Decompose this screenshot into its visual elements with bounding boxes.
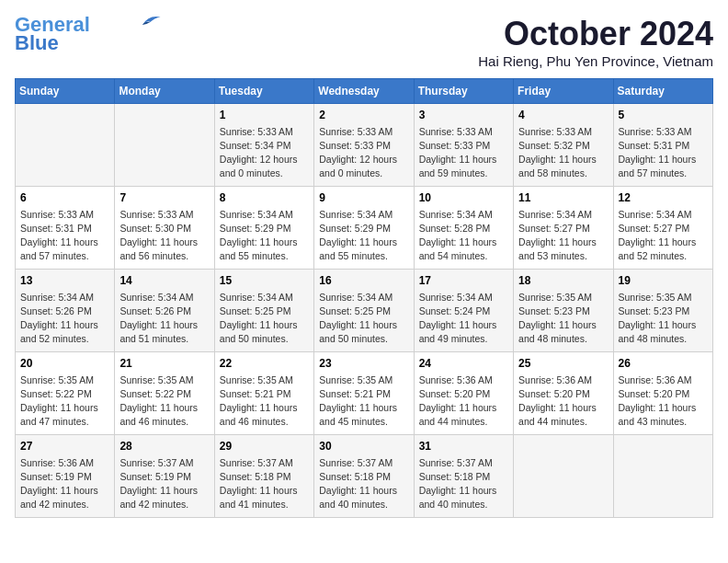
day-info: Sunrise: 5:34 AM Sunset: 5:25 PM Dayligh… bbox=[220, 291, 309, 347]
day-number: 1 bbox=[220, 108, 309, 123]
day-cell: 6Sunrise: 5:33 AM Sunset: 5:31 PM Daylig… bbox=[16, 187, 115, 270]
day-cell: 13Sunrise: 5:34 AM Sunset: 5:26 PM Dayli… bbox=[16, 270, 115, 352]
day-cell: 22Sunrise: 5:35 AM Sunset: 5:21 PM Dayli… bbox=[214, 352, 313, 435]
day-cell: 3Sunrise: 5:33 AM Sunset: 5:33 PM Daylig… bbox=[414, 104, 513, 187]
calendar-body: 1Sunrise: 5:33 AM Sunset: 5:34 PM Daylig… bbox=[16, 104, 713, 518]
day-cell bbox=[115, 104, 214, 187]
day-info: Sunrise: 5:37 AM Sunset: 5:18 PM Dayligh… bbox=[419, 456, 508, 512]
day-info: Sunrise: 5:35 AM Sunset: 5:23 PM Dayligh… bbox=[619, 291, 708, 347]
day-info: Sunrise: 5:34 AM Sunset: 5:24 PM Dayligh… bbox=[419, 291, 508, 347]
day-cell: 18Sunrise: 5:35 AM Sunset: 5:23 PM Dayli… bbox=[514, 270, 613, 352]
header-cell-tuesday: Tuesday bbox=[214, 79, 313, 104]
day-cell: 21Sunrise: 5:35 AM Sunset: 5:22 PM Dayli… bbox=[115, 352, 214, 435]
day-info: Sunrise: 5:35 AM Sunset: 5:22 PM Dayligh… bbox=[20, 373, 109, 430]
day-cell: 25Sunrise: 5:36 AM Sunset: 5:20 PM Dayli… bbox=[514, 352, 613, 435]
header-cell-sunday: Sunday bbox=[16, 79, 115, 104]
day-number: 13 bbox=[20, 273, 109, 289]
day-number: 30 bbox=[319, 439, 408, 454]
day-number: 4 bbox=[518, 108, 608, 123]
logo-blue-text: Blue bbox=[15, 31, 59, 55]
day-info: Sunrise: 5:36 AM Sunset: 5:20 PM Dayligh… bbox=[419, 373, 508, 430]
day-number: 19 bbox=[619, 273, 708, 289]
day-info: Sunrise: 5:33 AM Sunset: 5:34 PM Dayligh… bbox=[220, 125, 309, 181]
location-title: Hai Rieng, Phu Yen Province, Vietnam bbox=[478, 53, 713, 69]
day-cell: 5Sunrise: 5:33 AM Sunset: 5:31 PM Daylig… bbox=[613, 104, 712, 187]
day-number: 10 bbox=[419, 190, 508, 206]
week-row-2: 6Sunrise: 5:33 AM Sunset: 5:31 PM Daylig… bbox=[16, 187, 713, 270]
day-cell bbox=[514, 435, 613, 518]
day-number: 14 bbox=[119, 273, 209, 289]
day-cell: 20Sunrise: 5:35 AM Sunset: 5:22 PM Dayli… bbox=[16, 352, 115, 435]
day-number: 7 bbox=[119, 190, 209, 206]
day-info: Sunrise: 5:36 AM Sunset: 5:19 PM Dayligh… bbox=[20, 456, 109, 512]
day-info: Sunrise: 5:37 AM Sunset: 5:19 PM Dayligh… bbox=[119, 456, 209, 512]
day-number: 17 bbox=[419, 273, 508, 289]
day-number: 18 bbox=[518, 273, 608, 289]
day-number: 8 bbox=[220, 190, 309, 206]
day-cell: 9Sunrise: 5:34 AM Sunset: 5:29 PM Daylig… bbox=[314, 187, 414, 270]
day-info: Sunrise: 5:36 AM Sunset: 5:20 PM Dayligh… bbox=[619, 373, 708, 430]
day-info: Sunrise: 5:33 AM Sunset: 5:33 PM Dayligh… bbox=[419, 125, 508, 181]
header-cell-friday: Friday bbox=[514, 79, 613, 104]
day-info: Sunrise: 5:33 AM Sunset: 5:31 PM Dayligh… bbox=[619, 125, 708, 181]
day-cell bbox=[16, 104, 115, 187]
day-number: 16 bbox=[319, 273, 408, 289]
day-number: 24 bbox=[419, 356, 508, 372]
day-info: Sunrise: 5:36 AM Sunset: 5:20 PM Dayligh… bbox=[518, 373, 608, 430]
week-row-5: 27Sunrise: 5:36 AM Sunset: 5:19 PM Dayli… bbox=[16, 435, 713, 518]
day-info: Sunrise: 5:35 AM Sunset: 5:22 PM Dayligh… bbox=[119, 373, 209, 430]
day-info: Sunrise: 5:34 AM Sunset: 5:29 PM Dayligh… bbox=[319, 208, 408, 264]
logo: General Blue bbox=[15, 15, 162, 55]
header-cell-wednesday: Wednesday bbox=[314, 79, 414, 104]
day-number: 6 bbox=[20, 190, 109, 206]
day-cell: 29Sunrise: 5:37 AM Sunset: 5:18 PM Dayli… bbox=[214, 435, 313, 518]
day-cell: 27Sunrise: 5:36 AM Sunset: 5:19 PM Dayli… bbox=[16, 435, 115, 518]
day-number: 29 bbox=[220, 439, 309, 454]
day-info: Sunrise: 5:34 AM Sunset: 5:28 PM Dayligh… bbox=[419, 208, 508, 264]
header-cell-monday: Monday bbox=[115, 79, 214, 104]
day-cell bbox=[613, 435, 712, 518]
header-cell-saturday: Saturday bbox=[613, 79, 712, 104]
day-info: Sunrise: 5:34 AM Sunset: 5:26 PM Dayligh… bbox=[119, 291, 209, 347]
day-cell: 14Sunrise: 5:34 AM Sunset: 5:26 PM Dayli… bbox=[115, 270, 214, 352]
day-cell: 11Sunrise: 5:34 AM Sunset: 5:27 PM Dayli… bbox=[514, 187, 613, 270]
header-row: SundayMondayTuesdayWednesdayThursdayFrid… bbox=[16, 79, 713, 104]
day-info: Sunrise: 5:33 AM Sunset: 5:33 PM Dayligh… bbox=[319, 125, 408, 181]
day-number: 9 bbox=[319, 190, 408, 206]
day-info: Sunrise: 5:34 AM Sunset: 5:26 PM Dayligh… bbox=[20, 291, 109, 347]
day-cell: 28Sunrise: 5:37 AM Sunset: 5:19 PM Dayli… bbox=[115, 435, 214, 518]
day-info: Sunrise: 5:34 AM Sunset: 5:27 PM Dayligh… bbox=[518, 208, 608, 264]
day-info: Sunrise: 5:33 AM Sunset: 5:32 PM Dayligh… bbox=[518, 125, 608, 181]
day-info: Sunrise: 5:37 AM Sunset: 5:18 PM Dayligh… bbox=[319, 456, 408, 512]
week-row-1: 1Sunrise: 5:33 AM Sunset: 5:34 PM Daylig… bbox=[16, 104, 713, 187]
day-number: 11 bbox=[518, 190, 608, 206]
day-number: 26 bbox=[619, 356, 708, 372]
day-info: Sunrise: 5:33 AM Sunset: 5:30 PM Dayligh… bbox=[119, 208, 209, 264]
day-cell: 31Sunrise: 5:37 AM Sunset: 5:18 PM Dayli… bbox=[414, 435, 513, 518]
day-cell: 10Sunrise: 5:34 AM Sunset: 5:28 PM Dayli… bbox=[414, 187, 513, 270]
week-row-3: 13Sunrise: 5:34 AM Sunset: 5:26 PM Dayli… bbox=[16, 270, 713, 352]
day-cell: 8Sunrise: 5:34 AM Sunset: 5:29 PM Daylig… bbox=[214, 187, 313, 270]
week-row-4: 20Sunrise: 5:35 AM Sunset: 5:22 PM Dayli… bbox=[16, 352, 713, 435]
day-info: Sunrise: 5:35 AM Sunset: 5:21 PM Dayligh… bbox=[220, 373, 309, 430]
logo-bird-icon bbox=[136, 12, 162, 29]
page-header: General Blue October 2024 Hai Rieng, Phu… bbox=[15, 15, 713, 69]
day-cell: 4Sunrise: 5:33 AM Sunset: 5:32 PM Daylig… bbox=[514, 104, 613, 187]
day-info: Sunrise: 5:37 AM Sunset: 5:18 PM Dayligh… bbox=[220, 456, 309, 512]
day-number: 25 bbox=[518, 356, 608, 372]
day-cell: 15Sunrise: 5:34 AM Sunset: 5:25 PM Dayli… bbox=[214, 270, 313, 352]
day-cell: 1Sunrise: 5:33 AM Sunset: 5:34 PM Daylig… bbox=[214, 104, 313, 187]
day-cell: 7Sunrise: 5:33 AM Sunset: 5:30 PM Daylig… bbox=[115, 187, 214, 270]
day-cell: 26Sunrise: 5:36 AM Sunset: 5:20 PM Dayli… bbox=[613, 352, 712, 435]
day-info: Sunrise: 5:35 AM Sunset: 5:21 PM Dayligh… bbox=[319, 373, 408, 430]
day-number: 20 bbox=[20, 356, 109, 372]
calendar-table: SundayMondayTuesdayWednesdayThursdayFrid… bbox=[15, 78, 713, 518]
day-cell: 24Sunrise: 5:36 AM Sunset: 5:20 PM Dayli… bbox=[414, 352, 513, 435]
day-info: Sunrise: 5:34 AM Sunset: 5:25 PM Dayligh… bbox=[319, 291, 408, 347]
day-number: 12 bbox=[619, 190, 708, 206]
day-info: Sunrise: 5:33 AM Sunset: 5:31 PM Dayligh… bbox=[20, 208, 109, 264]
day-cell: 23Sunrise: 5:35 AM Sunset: 5:21 PM Dayli… bbox=[314, 352, 414, 435]
month-title: October 2024 bbox=[478, 15, 713, 53]
day-number: 3 bbox=[419, 108, 508, 123]
day-info: Sunrise: 5:35 AM Sunset: 5:23 PM Dayligh… bbox=[518, 291, 608, 347]
